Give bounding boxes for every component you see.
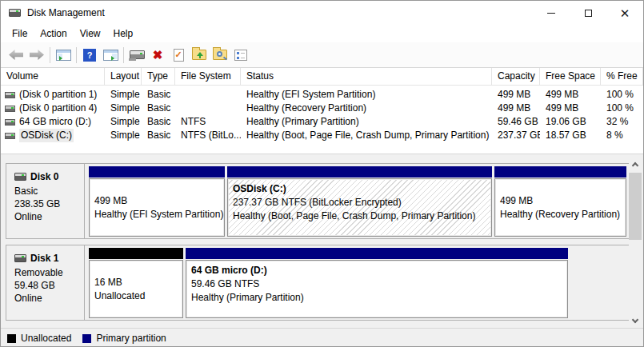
free-space-cell: 19.06 GB	[540, 115, 601, 129]
partition-64gb-micro-d[interactable]: 64 GB micro (D:) 59.46 GB NTFS Healthy (…	[186, 248, 568, 318]
partition-body: 16 MB Unallocated	[89, 260, 183, 318]
chevron-up-icon	[632, 162, 638, 169]
disk-0-row: Disk 0 Basic 238.35 GB Online 499 MB Hea…	[6, 163, 630, 239]
back-arrow-icon	[9, 50, 23, 60]
volume-icon	[5, 119, 15, 126]
column-header-status[interactable]: Status	[241, 68, 492, 85]
checklist-icon	[234, 50, 247, 61]
partition-size: 499 MB	[94, 194, 219, 208]
menu-help[interactable]: Help	[107, 25, 140, 42]
pct-free-cell: 8 %	[601, 129, 643, 142]
disk-kind: Removable	[14, 266, 84, 279]
toolbar-separator	[123, 47, 124, 63]
capacity-cell: 499 MB	[492, 102, 540, 115]
table-row[interactable]: (Disk 0 partition 1) Simple Basic Health…	[1, 88, 643, 102]
partition-status: Healthy (Recovery Partition)	[500, 208, 621, 221]
partition-size: 59.46 GB NTFS	[191, 277, 562, 291]
column-header-free-space[interactable]: Free Space	[540, 68, 601, 85]
disk-0-label[interactable]: Disk 0 Basic 238.35 GB Online	[6, 164, 85, 238]
partition-recovery[interactable]: 499 MB Healthy (Recovery Partition)	[494, 166, 626, 237]
file-system-cell: NTFS (BitLo...	[175, 129, 241, 142]
pct-free-cell: 100 %	[601, 102, 643, 115]
forward-button[interactable]	[26, 46, 47, 65]
scrollbar-thumb[interactable]	[629, 173, 642, 240]
disk-device-button[interactable]	[126, 46, 147, 65]
disk-capacity: 238.35 GB	[14, 197, 84, 210]
partition-osdisk-c-selected[interactable]: OSDisk (C:) 237.37 GB NTFS (BitLocker En…	[227, 166, 492, 237]
scroll-up-button[interactable]	[629, 158, 642, 171]
minimize-button[interactable]	[533, 1, 570, 25]
file-system-cell: NTFS	[175, 115, 241, 129]
legend-item-primary-partition: Primary partition	[82, 333, 166, 344]
type-cell: Basic	[142, 129, 175, 142]
vertical-scrollbar[interactable]	[629, 158, 642, 328]
mark-partition-active-button[interactable]: ✓	[168, 46, 189, 65]
open-button[interactable]	[189, 46, 210, 65]
status-cell: Healthy (Recovery Partition)	[241, 102, 492, 115]
disk-capacity: 59.48 GB	[14, 279, 84, 292]
partition-color-bar	[494, 166, 626, 177]
capacity-cell: 499 MB	[492, 88, 540, 102]
unallocated-swatch	[7, 334, 16, 343]
partition-color-bar	[89, 166, 225, 177]
partition-status: Healthy (EFI System Partition)	[94, 208, 219, 221]
pct-free-cell: 100 %	[601, 88, 643, 102]
column-header-type[interactable]: Type	[142, 68, 175, 85]
file-system-cell	[175, 88, 241, 102]
toolbar: ? ✖ ✓	[1, 42, 643, 68]
back-button[interactable]	[6, 46, 26, 65]
disk-kind: Basic	[14, 185, 84, 197]
disk-device-icon	[130, 50, 145, 59]
help-icon: ?	[83, 49, 96, 62]
properties-list-button[interactable]	[230, 46, 251, 65]
disk-1-label[interactable]: Disk 1 Removable 59.48 GB Online	[6, 245, 85, 320]
column-header-capacity[interactable]: Capacity	[492, 68, 540, 85]
help-button[interactable]: ?	[79, 46, 100, 65]
partition-unallocated[interactable]: 16 MB Unallocated	[89, 248, 183, 318]
console-tree-toggle-button[interactable]	[53, 46, 74, 65]
delete-volume-button[interactable]: ✖	[147, 46, 168, 65]
column-header-volume[interactable]: Volume	[1, 68, 105, 85]
volume-icon	[5, 92, 15, 98]
window-title: Disk Management	[27, 7, 105, 18]
disk-1-row: Disk 1 Removable 59.48 GB Online 16 MB U…	[6, 245, 630, 321]
status-cell: Healthy (EFI System Partition)	[241, 88, 492, 102]
type-cell: Basic	[142, 88, 175, 102]
disk-icon	[14, 173, 26, 181]
layout-cell: Simple	[105, 88, 142, 102]
capacity-cell: 59.46 GB	[492, 115, 540, 129]
explore-button[interactable]	[210, 46, 230, 65]
layout-cell: Simple	[105, 129, 142, 142]
table-row-selected[interactable]: OSDisk (C:) Simple Basic NTFS (BitLo... …	[1, 129, 643, 142]
menu-view[interactable]: View	[74, 25, 107, 42]
free-space-cell: 499 MB	[540, 102, 601, 115]
disk-name: Disk 0	[30, 170, 58, 183]
volume-list-header: Volume Layout Type File System Status Ca…	[1, 68, 643, 86]
volume-cell: OSDisk (C:)	[1, 129, 105, 142]
forward-arrow-icon	[30, 50, 44, 60]
folder-magnifier-icon	[213, 50, 227, 60]
scroll-down-button[interactable]	[629, 314, 642, 328]
table-row[interactable]: (Disk 0 partition 4) Simple Basic Health…	[1, 102, 643, 115]
folder-up-arrow-icon	[192, 50, 206, 60]
maximize-button[interactable]	[570, 1, 606, 25]
column-header-pct-free[interactable]: % Free	[601, 68, 643, 85]
column-header-file-system[interactable]: File System	[175, 68, 241, 85]
table-row[interactable]: 64 GB micro (D:) Simple Basic NTFS Healt…	[1, 115, 643, 129]
volume-cell: (Disk 0 partition 4)	[1, 102, 105, 115]
file-system-cell	[175, 102, 241, 115]
layout-cell: Simple	[105, 115, 142, 129]
menu-action[interactable]: Action	[34, 25, 73, 42]
disk-icon	[14, 254, 26, 262]
partition-efi-system[interactable]: 499 MB Healthy (EFI System Partition)	[89, 166, 225, 237]
delete-x-icon: ✖	[153, 49, 163, 61]
column-header-layout[interactable]: Layout	[105, 68, 142, 85]
partition-status: Healthy (Boot, Page File, Crash Dump, Pr…	[233, 209, 486, 223]
type-cell: Basic	[142, 115, 175, 129]
volume-cell: (Disk 0 partition 1)	[1, 88, 105, 102]
graphical-view-pane: Disk 0 Basic 238.35 GB Online 499 MB Hea…	[1, 158, 643, 328]
menu-file[interactable]: File	[6, 25, 34, 42]
action-pane-toggle-button[interactable]	[100, 46, 121, 65]
disk-management-window: Disk Management ✕ File Action View Help …	[0, 0, 644, 347]
close-button[interactable]: ✕	[606, 1, 643, 25]
